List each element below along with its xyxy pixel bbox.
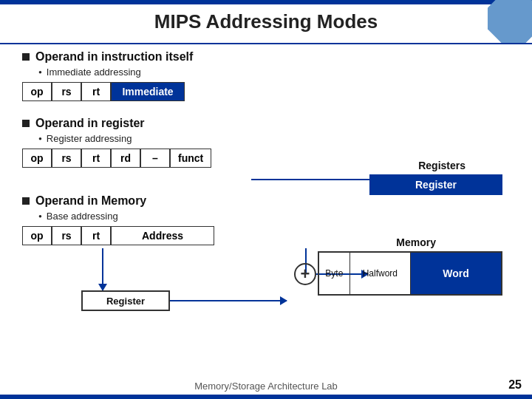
cell-dash-2: – bbox=[140, 149, 170, 168]
cell-op-1: op bbox=[22, 82, 52, 101]
cell-rt-3: rt bbox=[81, 226, 111, 245]
footer-page: 25 bbox=[508, 378, 522, 392]
section3-title: Operand in Memory bbox=[35, 194, 146, 208]
mem-byte: Byte bbox=[319, 253, 350, 294]
section3-heading-row: Operand in Memory bbox=[22, 194, 214, 208]
cell-rt-2: rt bbox=[81, 149, 111, 168]
section2-sub: Register addressing bbox=[38, 133, 211, 144]
cell-funct-2: funct bbox=[170, 149, 211, 168]
bullet2 bbox=[22, 120, 30, 127]
cell-rs-1: rs bbox=[52, 82, 81, 101]
section3-instr-row: op rs rt Address bbox=[22, 226, 214, 245]
arrow-to-registers bbox=[251, 179, 377, 180]
content-area: Operand in instruction itself Immediate … bbox=[22, 50, 510, 377]
separator bbox=[0, 43, 532, 44]
section1-instr-row: op rs rt Immediate bbox=[22, 82, 193, 101]
arrow-down-to-reg-s3 bbox=[102, 248, 103, 290]
registers-label: Registers bbox=[418, 160, 466, 171]
section3-sub: Base addressing bbox=[38, 211, 214, 222]
section1-heading-row: Operand in instruction itself bbox=[22, 50, 193, 64]
cell-op-2: op bbox=[22, 149, 52, 168]
memory-label: Memory bbox=[396, 236, 436, 248]
footer-label: Memory/Storage Architecture Lab bbox=[194, 381, 338, 392]
section2-instr-row: op rs rt rd – funct bbox=[22, 149, 211, 168]
mem-word: Word bbox=[411, 253, 501, 294]
section-register: Operand in register Register addressing … bbox=[22, 117, 211, 171]
section2-heading-row: Operand in register bbox=[22, 117, 211, 130]
section1-sub: Immediate addressing bbox=[38, 66, 193, 78]
section1-title: Operand in instruction itself bbox=[35, 50, 193, 64]
section-memory: Operand in Memory Base addressing op rs … bbox=[22, 194, 214, 248]
bottom-bar bbox=[0, 395, 532, 399]
bullet1 bbox=[22, 53, 30, 61]
arrow-reg-to-plus bbox=[170, 300, 287, 301]
mem-halfword: Halfword bbox=[350, 253, 411, 294]
cell-immediate: Immediate bbox=[111, 82, 185, 101]
register-box-s2: Register bbox=[369, 174, 502, 195]
cell-rs-3: rs bbox=[52, 226, 81, 245]
register-box-s3: Register bbox=[81, 290, 170, 311]
cell-rd-2: rd bbox=[111, 149, 140, 168]
section2-title: Operand in register bbox=[35, 117, 145, 130]
cell-address-3: Address bbox=[111, 226, 214, 245]
memory-box: Byte Halfword Word bbox=[318, 251, 502, 296]
plus-circle: + bbox=[294, 263, 316, 285]
section-immediate: Operand in instruction itself Immediate … bbox=[22, 50, 193, 104]
cell-rt-1: rt bbox=[81, 82, 111, 101]
page-title: MIPS Addressing Modes bbox=[0, 10, 532, 33]
cell-rs-2: rs bbox=[52, 149, 81, 168]
cell-op-3: op bbox=[22, 226, 52, 245]
top-bar bbox=[0, 0, 532, 4]
bullet3 bbox=[22, 197, 30, 205]
